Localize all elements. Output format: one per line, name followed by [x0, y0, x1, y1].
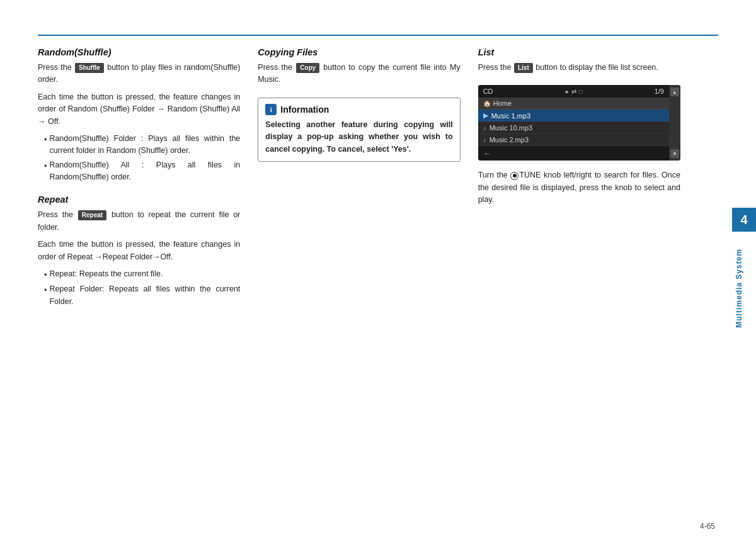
- copying-files-title: Copying Files: [258, 47, 460, 57]
- screen-header: CD ● ⇄ □ 1/9: [478, 85, 669, 98]
- random-shuffle-title: Random(Shuffle): [38, 47, 240, 57]
- copying-files-section: Copying Files Press the Copy button to c…: [258, 47, 460, 86]
- screen-header-icons: ● ⇄ □: [565, 88, 583, 95]
- column-2: Copying Files Press the Copy button to c…: [258, 47, 478, 517]
- scroll-down-btn[interactable]: ▼: [670, 149, 679, 158]
- page-number: 4-65: [700, 522, 715, 531]
- screen-row-3: ♪ Music 2.mp3: [478, 134, 669, 146]
- repeat-bullets: • Repeat: Repeats the current file. • Re…: [44, 268, 240, 308]
- random-shuffle-para1: Press the Shuffle button to play files i…: [38, 62, 240, 86]
- bullet-item: • Random(Shuffle) All : Plays all files …: [44, 159, 240, 184]
- list-button: List: [514, 63, 533, 73]
- play-icon: ▶: [483, 111, 488, 120]
- scroll-up-btn[interactable]: ▲: [670, 88, 679, 96]
- copy-button: Copy: [296, 63, 319, 73]
- screen-row-2: ♪ Music 10.mp3: [478, 122, 669, 134]
- repeat-para1: Press the Repeat button to repeat the cu…: [38, 209, 240, 234]
- info-header: i Information: [265, 104, 452, 115]
- screen-content: CD ● ⇄ □ 1/9 🏠 Home: [478, 85, 680, 161]
- screen-back-row: ←: [478, 146, 669, 161]
- sidebar-label: Multimedia System: [735, 249, 743, 328]
- list-section: List Press the List button to display th…: [478, 47, 680, 74]
- scroll-bar: ▲ ▼: [669, 85, 680, 161]
- screen-row-left: ♪ Music 2.mp3: [483, 136, 529, 144]
- top-line: [38, 35, 718, 36]
- random-shuffle-section: Random(Shuffle) Press the Shuffle button…: [38, 47, 240, 183]
- screen-main: CD ● ⇄ □ 1/9 🏠 Home: [478, 85, 669, 161]
- screen-row-active: ▶ Music 1.mp3: [478, 110, 669, 122]
- tune-para: Turn the TUNE knob left/right to search …: [478, 169, 680, 206]
- info-title: Information: [280, 104, 329, 115]
- music-icon: ♪: [483, 137, 486, 144]
- screen-header-page: 1/9: [655, 88, 664, 95]
- screen-row-left: ♪ Music 10.mp3: [483, 124, 532, 132]
- screen-row-left: ▶ Music 1.mp3: [483, 111, 530, 120]
- list-para1: Press the List button to display the fil…: [478, 62, 680, 74]
- random-shuffle-bullets: • Random(Shuffle) Folder : Plays all fil…: [44, 133, 240, 184]
- repeat-title: Repeat: [38, 195, 240, 205]
- information-box: i Information Selecting another feature …: [258, 98, 460, 162]
- column-3: List Press the List button to display th…: [478, 47, 718, 517]
- shuffle-button: Shuffle: [75, 63, 104, 73]
- repeat-section: Repeat Press the Repeat button to repeat…: [38, 195, 240, 308]
- content-area: Random(Shuffle) Press the Shuffle button…: [38, 47, 718, 517]
- screen-home-row: 🏠 Home: [478, 98, 669, 110]
- bullet-item: • Repeat Folder: Repeats all files withi…: [44, 283, 240, 308]
- right-sidebar: Multimedia System: [721, 35, 756, 542]
- music-icon: ♪: [483, 125, 486, 132]
- chapter-box: 4: [732, 208, 756, 232]
- list-title: List: [478, 47, 680, 57]
- repeat-button: Repeat: [78, 210, 106, 220]
- column-1: Random(Shuffle) Press the Shuffle button…: [38, 47, 258, 517]
- screen-header-cd: CD: [483, 88, 493, 95]
- info-icon: i: [265, 104, 277, 115]
- repeat-para2: Each time the button is pressed, the fea…: [38, 239, 240, 263]
- random-shuffle-para2: Each time the button is pressed, the fea…: [38, 91, 240, 128]
- tune-knob-icon: [510, 172, 518, 180]
- copying-files-para1: Press the Copy button to copy the curren…: [258, 62, 460, 86]
- bullet-item: • Repeat: Repeats the current file.: [44, 268, 240, 281]
- info-body: Selecting another feature during copying…: [265, 119, 452, 155]
- back-arrow-icon: ←: [483, 149, 491, 158]
- bullet-item: • Random(Shuffle) Folder : Plays all fil…: [44, 133, 240, 157]
- screen-mockup: CD ● ⇄ □ 1/9 🏠 Home: [478, 85, 680, 161]
